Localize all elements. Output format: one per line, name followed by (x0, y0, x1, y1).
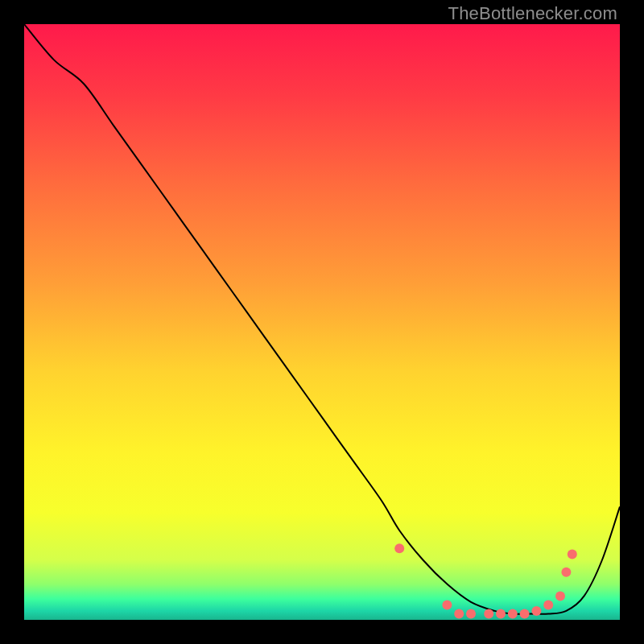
chart-marker (442, 601, 452, 610)
chart-background (24, 24, 620, 620)
watermark-text: TheBottlenecker.com (448, 3, 617, 24)
chart-svg (24, 24, 620, 620)
chart-marker (484, 609, 493, 619)
chart-marker (394, 543, 404, 553)
chart-marker (561, 568, 571, 577)
chart-marker (531, 606, 541, 616)
chart-marker (568, 550, 577, 559)
chart-marker (520, 609, 530, 619)
chart-marker (454, 609, 464, 619)
frame-right (620, 0, 644, 644)
chart-marker (466, 609, 476, 619)
chart-marker (543, 601, 553, 610)
chart-plot-area (24, 24, 620, 620)
frame-left (0, 0, 24, 644)
frame-bottom (0, 620, 644, 644)
chart-marker (555, 591, 565, 601)
chart-marker (496, 609, 506, 619)
chart-marker (508, 609, 518, 619)
